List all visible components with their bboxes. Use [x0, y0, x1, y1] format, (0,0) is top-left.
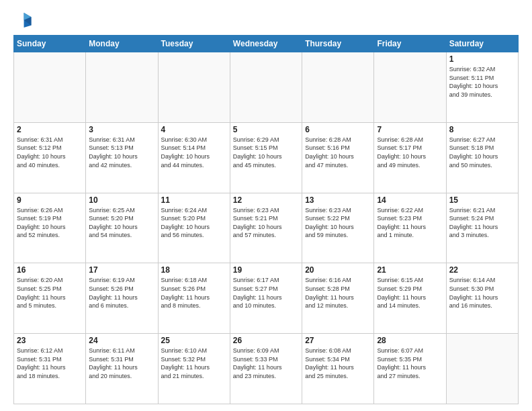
- calendar-cell-w4-d5: 28Sunrise: 6:07 AM Sunset: 5:35 PM Dayli…: [374, 334, 446, 404]
- day-number: 8: [449, 125, 515, 134]
- day-number: 20: [305, 265, 371, 275]
- day-info: Sunrise: 6:19 AM Sunset: 5:26 PM Dayligh…: [89, 276, 154, 310]
- day-number: 14: [377, 195, 443, 205]
- calendar-cell-w1-d3: 5Sunrise: 6:29 AM Sunset: 5:15 PM Daylig…: [230, 122, 302, 193]
- day-info: Sunrise: 6:25 AM Sunset: 5:20 PM Dayligh…: [89, 206, 154, 240]
- calendar-cell-w1-d0: 2Sunrise: 6:31 AM Sunset: 5:12 PM Daylig…: [14, 122, 86, 193]
- day-info: Sunrise: 6:10 AM Sunset: 5:32 PM Dayligh…: [161, 347, 227, 380]
- calendar-cell-w3-d1: 17Sunrise: 6:19 AM Sunset: 5:26 PM Dayli…: [86, 263, 158, 334]
- page: SundayMondayTuesdayWednesdayThursdayFrid…: [0, 0, 532, 411]
- col-header-monday: Monday: [86, 36, 158, 52]
- calendar-cell-w2-d1: 10Sunrise: 6:25 AM Sunset: 5:20 PM Dayli…: [86, 193, 158, 263]
- day-number: 13: [305, 195, 371, 205]
- day-number: 19: [233, 265, 299, 275]
- day-number: 18: [161, 265, 227, 275]
- day-info: Sunrise: 6:22 AM Sunset: 5:23 PM Dayligh…: [377, 206, 443, 240]
- calendar-cell-w1-d5: 7Sunrise: 6:28 AM Sunset: 5:17 PM Daylig…: [374, 122, 446, 193]
- calendar-week-3: 16Sunrise: 6:20 AM Sunset: 5:25 PM Dayli…: [14, 263, 519, 334]
- day-number: 15: [449, 195, 515, 205]
- calendar: SundayMondayTuesdayWednesdayThursdayFrid…: [13, 35, 519, 404]
- day-info: Sunrise: 6:07 AM Sunset: 5:35 PM Dayligh…: [377, 347, 443, 380]
- calendar-cell-w0-d0: [14, 52, 86, 123]
- calendar-cell-w3-d6: 22Sunrise: 6:14 AM Sunset: 5:30 PM Dayli…: [446, 263, 518, 334]
- calendar-cell-w0-d4: [302, 52, 374, 123]
- day-number: 17: [89, 265, 154, 275]
- logo: [13, 11, 35, 30]
- day-number: 4: [161, 125, 227, 134]
- day-number: 3: [89, 125, 154, 134]
- day-number: 5: [233, 125, 299, 134]
- calendar-cell-w4-d6: [446, 334, 518, 404]
- calendar-cell-w0-d3: [230, 52, 302, 123]
- calendar-cell-w3-d4: 20Sunrise: 6:16 AM Sunset: 5:28 PM Dayli…: [302, 263, 374, 334]
- col-header-sunday: Sunday: [14, 36, 86, 52]
- day-number: 26: [233, 336, 299, 345]
- header: [13, 11, 519, 30]
- day-info: Sunrise: 6:32 AM Sunset: 5:11 PM Dayligh…: [449, 65, 515, 99]
- day-number: 9: [17, 195, 83, 205]
- calendar-header-row: SundayMondayTuesdayWednesdayThursdayFrid…: [14, 36, 519, 52]
- day-info: Sunrise: 6:23 AM Sunset: 5:22 PM Dayligh…: [305, 206, 371, 240]
- day-info: Sunrise: 6:08 AM Sunset: 5:34 PM Dayligh…: [305, 347, 371, 380]
- calendar-cell-w4-d4: 27Sunrise: 6:08 AM Sunset: 5:34 PM Dayli…: [302, 334, 374, 404]
- day-info: Sunrise: 6:17 AM Sunset: 5:27 PM Dayligh…: [233, 276, 299, 310]
- col-header-friday: Friday: [374, 36, 446, 52]
- calendar-cell-w3-d3: 19Sunrise: 6:17 AM Sunset: 5:27 PM Dayli…: [230, 263, 302, 334]
- calendar-cell-w0-d5: [374, 52, 446, 123]
- calendar-cell-w3-d5: 21Sunrise: 6:15 AM Sunset: 5:29 PM Dayli…: [374, 263, 446, 334]
- calendar-cell-w2-d2: 11Sunrise: 6:24 AM Sunset: 5:20 PM Dayli…: [158, 193, 230, 263]
- day-info: Sunrise: 6:30 AM Sunset: 5:14 PM Dayligh…: [161, 136, 227, 169]
- col-header-wednesday: Wednesday: [230, 36, 302, 52]
- day-number: 10: [89, 195, 154, 205]
- day-info: Sunrise: 6:26 AM Sunset: 5:19 PM Dayligh…: [17, 206, 83, 240]
- day-info: Sunrise: 6:20 AM Sunset: 5:25 PM Dayligh…: [17, 276, 83, 310]
- calendar-cell-w1-d4: 6Sunrise: 6:28 AM Sunset: 5:16 PM Daylig…: [302, 122, 374, 193]
- day-number: 16: [17, 265, 83, 275]
- day-info: Sunrise: 6:27 AM Sunset: 5:18 PM Dayligh…: [449, 136, 515, 169]
- calendar-cell-w3-d2: 18Sunrise: 6:18 AM Sunset: 5:26 PM Dayli…: [158, 263, 230, 334]
- day-info: Sunrise: 6:12 AM Sunset: 5:31 PM Dayligh…: [17, 347, 83, 380]
- day-number: 24: [89, 336, 154, 345]
- day-number: 22: [449, 265, 515, 275]
- day-number: 28: [377, 336, 443, 345]
- day-info: Sunrise: 6:16 AM Sunset: 5:28 PM Dayligh…: [305, 276, 371, 310]
- day-info: Sunrise: 6:28 AM Sunset: 5:16 PM Dayligh…: [305, 136, 371, 169]
- day-info: Sunrise: 6:14 AM Sunset: 5:30 PM Dayligh…: [449, 276, 515, 310]
- day-info: Sunrise: 6:28 AM Sunset: 5:17 PM Dayligh…: [377, 136, 443, 169]
- col-header-tuesday: Tuesday: [158, 36, 230, 52]
- day-info: Sunrise: 6:23 AM Sunset: 5:21 PM Dayligh…: [233, 206, 299, 240]
- calendar-week-0: 1Sunrise: 6:32 AM Sunset: 5:11 PM Daylig…: [14, 52, 519, 123]
- day-number: 11: [161, 195, 227, 205]
- day-number: 23: [17, 336, 83, 345]
- calendar-cell-w2-d5: 14Sunrise: 6:22 AM Sunset: 5:23 PM Dayli…: [374, 193, 446, 263]
- day-number: 1: [449, 54, 515, 64]
- day-info: Sunrise: 6:11 AM Sunset: 5:31 PM Dayligh…: [89, 347, 154, 380]
- day-info: Sunrise: 6:09 AM Sunset: 5:33 PM Dayligh…: [233, 347, 299, 380]
- day-number: 7: [377, 125, 443, 134]
- calendar-cell-w2-d0: 9Sunrise: 6:26 AM Sunset: 5:19 PM Daylig…: [14, 193, 86, 263]
- calendar-cell-w3-d0: 16Sunrise: 6:20 AM Sunset: 5:25 PM Dayli…: [14, 263, 86, 334]
- day-number: 2: [17, 125, 83, 134]
- day-info: Sunrise: 6:29 AM Sunset: 5:15 PM Dayligh…: [233, 136, 299, 169]
- calendar-cell-w4-d0: 23Sunrise: 6:12 AM Sunset: 5:31 PM Dayli…: [14, 334, 86, 404]
- day-info: Sunrise: 6:21 AM Sunset: 5:24 PM Dayligh…: [449, 206, 515, 240]
- calendar-week-1: 2Sunrise: 6:31 AM Sunset: 5:12 PM Daylig…: [14, 122, 519, 193]
- day-info: Sunrise: 6:31 AM Sunset: 5:12 PM Dayligh…: [17, 136, 83, 169]
- calendar-cell-w1-d6: 8Sunrise: 6:27 AM Sunset: 5:18 PM Daylig…: [446, 122, 518, 193]
- calendar-week-2: 9Sunrise: 6:26 AM Sunset: 5:19 PM Daylig…: [14, 193, 519, 263]
- calendar-cell-w0-d2: [158, 52, 230, 123]
- calendar-cell-w4-d3: 26Sunrise: 6:09 AM Sunset: 5:33 PM Dayli…: [230, 334, 302, 404]
- calendar-cell-w1-d1: 3Sunrise: 6:31 AM Sunset: 5:13 PM Daylig…: [86, 122, 158, 193]
- day-info: Sunrise: 6:18 AM Sunset: 5:26 PM Dayligh…: [161, 276, 227, 310]
- col-header-saturday: Saturday: [446, 36, 518, 52]
- day-number: 6: [305, 125, 371, 134]
- calendar-week-4: 23Sunrise: 6:12 AM Sunset: 5:31 PM Dayli…: [14, 334, 519, 404]
- calendar-cell-w4-d1: 24Sunrise: 6:11 AM Sunset: 5:31 PM Dayli…: [86, 334, 158, 404]
- calendar-cell-w0-d6: 1Sunrise: 6:32 AM Sunset: 5:11 PM Daylig…: [446, 52, 518, 123]
- col-header-thursday: Thursday: [302, 36, 374, 52]
- day-info: Sunrise: 6:31 AM Sunset: 5:13 PM Dayligh…: [89, 136, 154, 169]
- day-info: Sunrise: 6:15 AM Sunset: 5:29 PM Dayligh…: [377, 276, 443, 310]
- day-number: 21: [377, 265, 443, 275]
- day-number: 27: [305, 336, 371, 345]
- day-number: 25: [161, 336, 227, 345]
